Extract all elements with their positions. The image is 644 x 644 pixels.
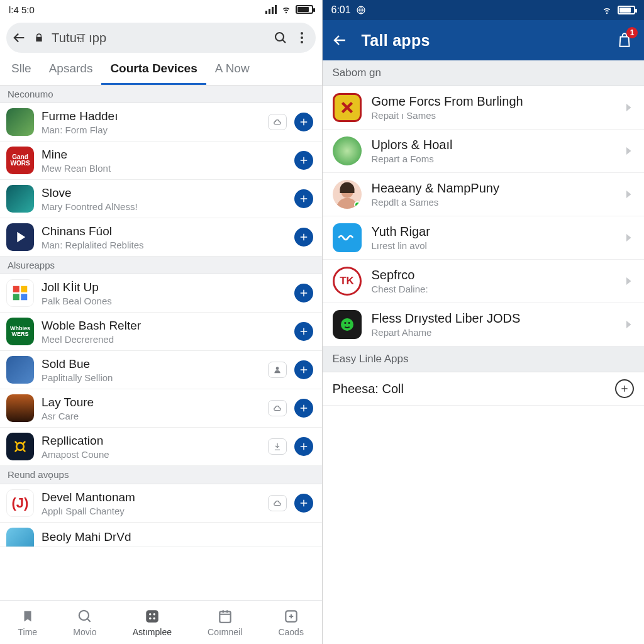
svg-point-14 xyxy=(149,618,151,619)
nav-movio[interactable]: Movio xyxy=(73,608,96,637)
app-subtitle: Asr Care xyxy=(42,411,260,421)
add-button[interactable] xyxy=(294,437,313,456)
chevron-right-icon xyxy=(623,318,634,331)
cloud-install-button[interactable] xyxy=(268,495,287,511)
person-button[interactable] xyxy=(268,362,287,378)
app-row[interactable]: RepllicationAmapost Coune xyxy=(0,428,322,466)
app-title: Yuth Rigar xyxy=(372,225,613,239)
nav-coimneil[interactable]: Coımneil xyxy=(208,608,242,637)
app-icon: GandWORS xyxy=(6,147,34,174)
download-button[interactable] xyxy=(268,438,287,455)
add-button[interactable] xyxy=(294,151,313,170)
nav-time[interactable]: Time xyxy=(18,608,38,637)
tab-0[interactable]: Slle xyxy=(3,55,40,85)
app-row[interactable]: Pheesa: Coll xyxy=(323,372,645,406)
nav-astimplee[interactable]: Astımplee xyxy=(133,608,172,637)
section-header: Alsureapps xyxy=(0,257,322,274)
nav-caods[interactable]: Caods xyxy=(278,608,303,637)
app-row[interactable]: Fless Drıysted Liber JODSRepart Ahame xyxy=(323,303,645,347)
app-subtitle: Paplitıally Sellion xyxy=(42,372,260,383)
add-circle-icon xyxy=(282,608,300,625)
tab-3[interactable]: A Now xyxy=(206,55,258,85)
app-row[interactable]: Joll Kİit UpPalk Beal Oones xyxy=(0,274,322,313)
section-header: Easy Linle Apps xyxy=(323,347,645,372)
app-subtitle: Repart a Foms xyxy=(372,153,613,164)
page-title: Tall apps xyxy=(362,31,603,50)
svg-rect-16 xyxy=(219,611,230,622)
app-row[interactable]: TK SepfrcoChest Daline: xyxy=(323,260,645,303)
app-icon xyxy=(333,223,362,252)
badge-count: 1 xyxy=(626,27,638,38)
app-row[interactable]: Uplors & HoaılRepart a Foms xyxy=(323,130,645,173)
app-title: Gome Forcs From Burlingh xyxy=(372,94,613,109)
app-title: Joll Kİit Up xyxy=(42,280,287,294)
left-phone-pane: l:4 5:0 Tutuਜ਼ ıpp Slle Apsards Courta D… xyxy=(0,0,323,644)
app-row[interactable]: SloveMary Foontred AlNess! xyxy=(0,180,322,218)
add-button[interactable] xyxy=(294,284,313,303)
category-tabs: Slle Apsards Courta Devices A Now xyxy=(0,55,322,86)
chevron-right-icon xyxy=(623,187,634,201)
app-header-right: Tall apps 1 xyxy=(323,20,645,60)
add-button[interactable] xyxy=(294,360,313,379)
app-icon: TK xyxy=(333,267,362,296)
address-bar[interactable]: Tutuਜ਼ ıpp xyxy=(6,23,316,53)
back-icon[interactable] xyxy=(333,33,348,48)
app-title: Beoly Mahi DrVd xyxy=(42,530,313,544)
app-list-left[interactable]: Neconumo Furme HaddeıMan: Form Flay Gand… xyxy=(0,86,322,600)
app-row[interactable]: Lay ToureAsr Care xyxy=(0,389,322,428)
app-subtitle: Man: Form Flay xyxy=(42,125,260,135)
app-icon xyxy=(6,394,34,422)
section-header: Neconumo xyxy=(0,86,322,103)
svg-rect-7 xyxy=(21,294,27,300)
app-title: Woble Bash Relter xyxy=(42,319,287,333)
add-button[interactable] xyxy=(294,189,313,208)
kebab-menu-icon[interactable] xyxy=(294,30,309,45)
app-row[interactable]: Heaeany & NampPunyRepdlt a Sames xyxy=(323,173,645,216)
app-row[interactable]: Beoly Mahi DrVd xyxy=(0,523,322,547)
app-icon: WhbiesWERS xyxy=(6,318,34,345)
app-row[interactable]: GandWORS MineMew Rean Blont xyxy=(0,142,322,180)
status-time: l:4 5:0 xyxy=(9,4,35,15)
app-list-right[interactable]: Sabom gn Gome Forcs From BurlinghRepait … xyxy=(323,60,645,644)
svg-point-9 xyxy=(16,443,24,450)
app-title: Heaeany & NampPuny xyxy=(372,181,613,196)
app-row[interactable]: WhbiesWERS Woble Bash RelterMeel Decrere… xyxy=(0,313,322,351)
app-icon xyxy=(333,93,362,122)
search-icon[interactable] xyxy=(273,30,288,45)
app-row[interactable]: Chinans FúolMan: Replalited Reblites xyxy=(0,218,322,257)
app-subtitle: Man: Replalited Reblites xyxy=(42,240,287,250)
app-row[interactable]: (J) Devel MantıonamApplı Spall Chantey xyxy=(0,484,322,523)
app-icon: (J) xyxy=(6,489,34,517)
app-subtitle: Chest Daline: xyxy=(372,284,613,294)
shopping-bag-button[interactable]: 1 xyxy=(616,31,634,50)
add-circle-button[interactable] xyxy=(615,379,634,398)
app-row[interactable]: Furme HaddeıMan: Form Flay xyxy=(0,103,322,142)
add-button[interactable] xyxy=(294,113,313,131)
app-row[interactable]: Yuth RigarLırest lin avol xyxy=(323,216,645,260)
back-icon[interactable] xyxy=(13,31,26,45)
app-icon xyxy=(6,223,34,251)
add-button[interactable] xyxy=(294,228,313,247)
add-button[interactable] xyxy=(294,399,313,418)
chevron-right-icon xyxy=(623,274,634,288)
cloud-install-button[interactable] xyxy=(268,114,287,130)
add-button[interactable] xyxy=(294,494,313,513)
svg-point-21 xyxy=(344,322,346,324)
chevron-right-icon xyxy=(623,101,634,114)
app-title: Mine xyxy=(42,148,287,162)
nav-label: Movio xyxy=(73,627,96,637)
add-button[interactable] xyxy=(294,322,313,341)
svg-rect-6 xyxy=(13,294,19,300)
app-row[interactable]: Gome Forcs From BurlinghRepait ı Sames xyxy=(323,86,645,130)
online-dot xyxy=(354,201,361,208)
section-header: Sabom gn xyxy=(323,60,645,86)
app-subtitle: Amapost Coune xyxy=(42,449,260,460)
cloud-install-button[interactable] xyxy=(268,400,287,416)
app-subtitle: Repdlt a Sames xyxy=(372,197,613,208)
tab-1[interactable]: Apsards xyxy=(40,55,102,85)
apps-icon xyxy=(143,608,161,625)
app-row[interactable]: Sold BuePaplitıally Sellion xyxy=(0,351,322,389)
nav-label: Caods xyxy=(278,627,303,637)
svg-point-3 xyxy=(301,41,303,43)
tab-2[interactable]: Courta Devices xyxy=(101,55,206,85)
